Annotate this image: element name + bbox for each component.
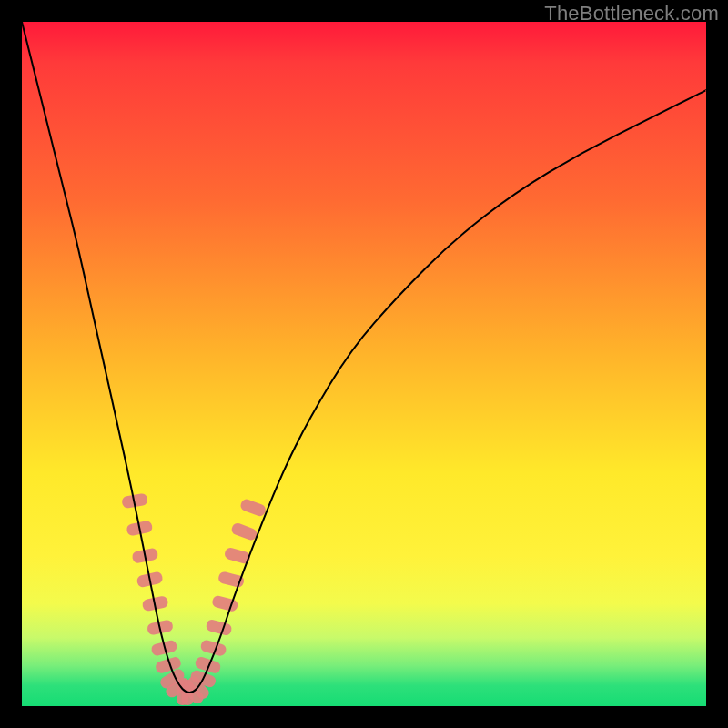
- markers-layer: [121, 493, 267, 706]
- plot-area: [22, 22, 706, 706]
- marker-pill: [205, 619, 232, 637]
- bottleneck-curve-path: [22, 22, 706, 693]
- marker-pill: [239, 498, 268, 518]
- watermark-label: TheBottleneck.com: [544, 2, 719, 25]
- marker-pill: [230, 521, 258, 541]
- outer-frame: TheBottleneck.com: [0, 0, 728, 728]
- chart-svg: [22, 22, 706, 706]
